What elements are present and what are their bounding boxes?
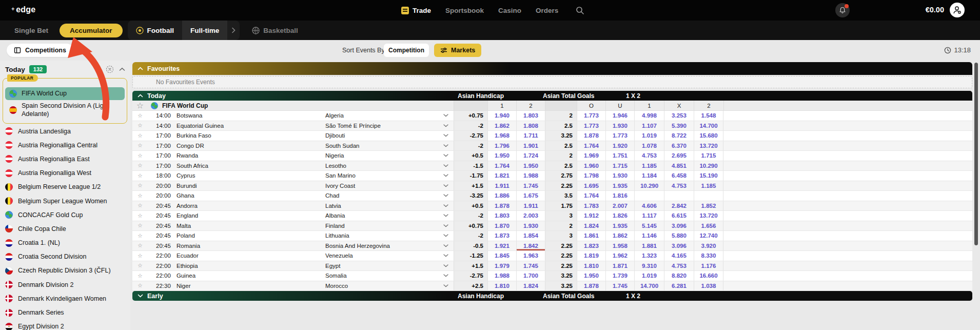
home-win-odds[interactable] xyxy=(634,191,664,201)
favourite-star-icon[interactable]: ☆ xyxy=(132,161,148,171)
favourite-star-icon[interactable]: ☆ xyxy=(132,211,148,221)
handicap-away-odds[interactable]: 1.988 xyxy=(516,171,545,181)
away-team[interactable]: Egypt xyxy=(325,261,438,271)
expand-markets-button[interactable] xyxy=(438,211,454,221)
expand-markets-button[interactable] xyxy=(438,141,454,151)
away-win-odds[interactable]: 1.656 xyxy=(694,221,723,231)
draw-odds[interactable]: 6.458 xyxy=(664,171,694,181)
favourite-star-icon[interactable]: ☆ xyxy=(132,201,148,211)
draw-odds[interactable]: 4.753 xyxy=(664,261,694,271)
account-avatar[interactable] xyxy=(950,3,965,17)
away-team[interactable]: Chad xyxy=(325,191,438,201)
away-win-odds[interactable]: 15.190 xyxy=(694,171,723,181)
expand-markets-button[interactable] xyxy=(438,261,454,271)
handicap-home-odds[interactable]: 1.968 xyxy=(487,131,516,141)
handicap-home-odds[interactable]: 1.796 xyxy=(487,141,516,151)
handicap-away-odds[interactable]: 1.711 xyxy=(516,131,545,141)
today-section-header[interactable]: Today Asian Handicap Asian Total Goals 1… xyxy=(132,91,972,101)
home-team[interactable]: Ecuador xyxy=(177,251,325,261)
markets-button[interactable]: Markets xyxy=(434,44,481,57)
over-odds[interactable]: 1.819 xyxy=(577,251,605,261)
home-win-odds[interactable]: 1.323 xyxy=(634,251,664,261)
home-win-odds[interactable]: 10.290 xyxy=(634,181,664,191)
home-team[interactable]: Equatorial Guinea xyxy=(177,121,325,131)
competition-list-item[interactable]: Austria Regionalliga West xyxy=(0,166,130,180)
competition-list-item[interactable]: Belgium Super League Women xyxy=(0,194,130,208)
home-team[interactable]: Botswana xyxy=(177,111,325,121)
away-win-odds[interactable] xyxy=(694,191,723,201)
over-odds[interactable]: 1.824 xyxy=(577,221,605,231)
competition-list-item[interactable]: Egypt Division 2 xyxy=(0,320,130,330)
away-team[interactable]: Algeria xyxy=(325,111,438,121)
sort-dropdown[interactable]: Competition xyxy=(384,44,429,57)
home-win-odds[interactable]: 1.146 xyxy=(634,231,664,241)
away-win-odds[interactable]: 3.920 xyxy=(694,241,723,251)
collapse-sidebar-icon[interactable] xyxy=(119,67,125,71)
expand-markets-button[interactable] xyxy=(438,241,454,251)
home-team[interactable]: Niger xyxy=(177,281,325,291)
home-team[interactable]: Andorra xyxy=(177,201,325,211)
away-win-odds[interactable]: 13.720 xyxy=(694,141,723,151)
nav-sportsbook[interactable]: Sportsbook xyxy=(445,7,484,14)
handicap-away-odds[interactable]: 1.842 xyxy=(516,241,545,251)
tab-basketball[interactable]: Basketball xyxy=(244,27,306,34)
away-win-odds[interactable]: 12.740 xyxy=(694,231,723,241)
handicap-away-odds[interactable]: 1.724 xyxy=(516,151,545,161)
draw-odds[interactable]: 3.253 xyxy=(664,111,694,121)
expand-markets-button[interactable] xyxy=(438,161,454,171)
away-team[interactable]: Bosnia And Herzegovina xyxy=(325,241,438,251)
expand-markets-button[interactable] xyxy=(438,151,454,161)
handicap-away-odds[interactable]: 1.745 xyxy=(516,261,545,271)
favourite-star-icon[interactable]: ☆ xyxy=(132,141,148,151)
home-win-odds[interactable]: 14.700 xyxy=(634,281,664,291)
away-win-odds[interactable]: 1.715 xyxy=(694,151,723,161)
over-odds[interactable]: 1.783 xyxy=(577,201,605,211)
competition-list-item[interactable]: Denmark Division 2 xyxy=(0,278,130,292)
over-odds[interactable]: 1.798 xyxy=(577,171,605,181)
handicap-away-odds[interactable]: 1.808 xyxy=(516,121,545,131)
competition-list-item[interactable]: Chile Copa Chile xyxy=(0,222,130,236)
under-odds[interactable]: 1.946 xyxy=(605,111,634,121)
under-odds[interactable]: 1.962 xyxy=(605,251,634,261)
away-team[interactable]: Ivory Coast xyxy=(325,181,438,191)
handicap-home-odds[interactable]: 1.803 xyxy=(487,211,516,221)
handicap-away-odds[interactable]: 1.901 xyxy=(516,141,545,151)
away-team[interactable]: Morocco xyxy=(325,281,438,291)
under-odds[interactable]: 1.816 xyxy=(605,191,634,201)
favourite-star-icon[interactable]: ☆ xyxy=(132,181,148,191)
handicap-away-odds[interactable]: 1.950 xyxy=(516,161,545,171)
tab-football[interactable]: Football xyxy=(128,21,183,40)
over-odds[interactable]: 1.695 xyxy=(577,181,605,191)
handicap-away-odds[interactable]: 1.930 xyxy=(516,221,545,231)
under-odds[interactable]: 1.935 xyxy=(605,221,634,231)
handicap-away-odds[interactable]: 1.911 xyxy=(516,201,545,211)
away-team[interactable]: Lesotho xyxy=(325,161,438,171)
favourite-star-icon[interactable]: ☆ xyxy=(132,171,148,181)
under-odds[interactable]: 1.773 xyxy=(605,131,634,141)
under-odds[interactable]: 1.826 xyxy=(605,211,634,221)
over-odds[interactable]: 1.861 xyxy=(577,231,605,241)
favourite-star-icon[interactable]: ☆ xyxy=(132,251,148,261)
home-win-odds[interactable]: 1.881 xyxy=(634,241,664,251)
clear-selection-icon[interactable] xyxy=(106,65,114,73)
home-win-odds[interactable]: 4.998 xyxy=(634,111,664,121)
account-balance[interactable]: €0.00 xyxy=(926,6,944,14)
home-win-odds[interactable]: 1.019 xyxy=(634,131,664,141)
favourite-star-icon[interactable]: ☆ xyxy=(132,271,148,281)
handicap-away-odds[interactable]: 1.675 xyxy=(516,191,545,201)
under-odds[interactable]: 1.871 xyxy=(605,261,634,271)
under-odds[interactable]: 2.007 xyxy=(605,201,634,211)
home-win-odds[interactable]: 5.145 xyxy=(634,221,664,231)
away-win-odds[interactable]: 1.176 xyxy=(694,261,723,271)
over-odds[interactable]: 1.764 xyxy=(577,141,605,151)
home-win-odds[interactable]: 4.753 xyxy=(634,151,664,161)
nav-trade[interactable]: Trade xyxy=(401,7,431,14)
away-win-odds[interactable]: 1.185 xyxy=(694,181,723,191)
home-team[interactable]: Ethiopia xyxy=(177,261,325,271)
favourite-star-icon[interactable]: ☆ xyxy=(132,231,148,241)
away-team[interactable]: Djibouti xyxy=(325,131,438,141)
tabs-next-chevron[interactable] xyxy=(227,21,240,40)
search-button[interactable] xyxy=(576,6,584,14)
favourite-star-icon[interactable]: ☆ xyxy=(132,111,148,121)
handicap-away-odds[interactable]: 1.854 xyxy=(516,231,545,241)
